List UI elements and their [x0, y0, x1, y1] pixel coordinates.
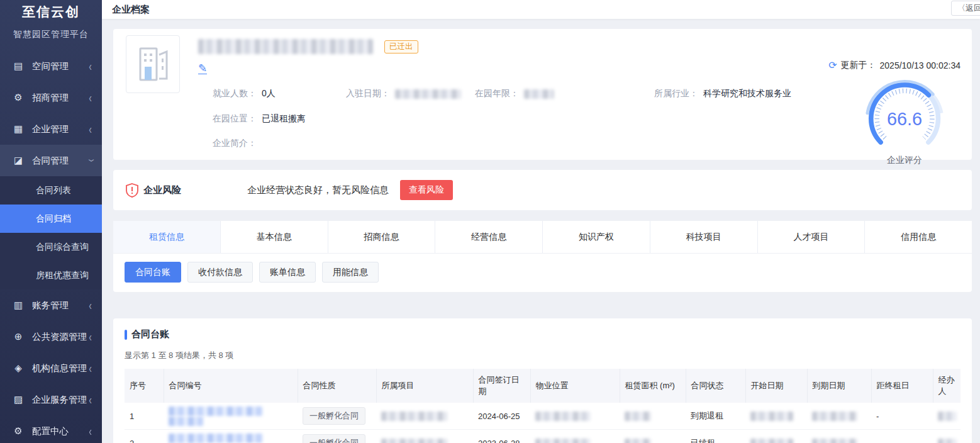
app-name: 至信云创	[0, 3, 102, 21]
edit-pencil-icon[interactable]: ✎	[198, 63, 207, 74]
updated-label: 更新于：	[841, 60, 876, 71]
chevron-left-icon: ‹	[89, 122, 92, 136]
tab-talent-project[interactable]: 人才项目	[758, 221, 866, 253]
app-logo: 至信云创 智慧园区管理平台	[0, 0, 102, 40]
subtab-energy-info[interactable]: 用能信息	[322, 262, 379, 283]
sidebar-item-label: 配置中心	[32, 425, 69, 437]
sidebar-item-contract[interactable]: ◪合同管理‹	[0, 145, 102, 176]
sidebar-subitem-contract-query[interactable]: 合同综合查询	[0, 233, 102, 261]
table-body: 1一般孵化合同2024-06-25到期退租-2一般孵化合同2023-06-28已…	[125, 403, 961, 443]
col-header-location: 物业位置	[530, 369, 620, 403]
tab-lease[interactable]: 租赁信息	[113, 221, 221, 253]
col-header-area: 租赁面积 (m²)	[620, 369, 686, 403]
field-park-years: 在园年限：	[475, 88, 654, 99]
sidebar-subitem-contract-list[interactable]: 合同列表	[0, 176, 102, 205]
cell-contract-no	[164, 430, 298, 443]
sidebar-item-label: 公共资源管理	[32, 331, 87, 343]
cell-start-date	[745, 430, 807, 443]
table-row: 2一般孵化合同2023-06-28已续租-	[125, 430, 961, 443]
field-value: 0人	[262, 88, 276, 98]
col-header-nature: 合同性质	[298, 369, 376, 403]
col-header-status: 合同状态	[686, 369, 745, 403]
sidebar-subitem-contract-archive[interactable]: 合同归档	[0, 205, 102, 233]
col-header-sign-date: 合同签订日期	[473, 369, 530, 403]
sidebar-item-investment[interactable]: ⚙招商管理‹	[0, 82, 102, 113]
top-header-bar: 企业档案 〈返回	[102, 0, 980, 19]
field-value-redacted	[524, 89, 554, 99]
sidebar-subitem-rent-discount-query[interactable]: 房租优惠查询	[0, 261, 102, 289]
cell-contract-no	[164, 403, 298, 430]
cell-redacted	[381, 412, 447, 421]
status-badge: 已迁出	[384, 40, 418, 53]
cell-redacted	[812, 439, 857, 443]
building-icon	[136, 46, 169, 82]
contract-link-redacted[interactable]	[169, 434, 263, 443]
tab-investment[interactable]: 招商信息	[328, 221, 436, 253]
field-label: 就业人数：	[213, 88, 257, 98]
chevron-left-icon: ‹	[89, 330, 92, 344]
chevron-left-icon: ‹	[89, 91, 92, 104]
info-tabs-card: 租赁信息基本信息招商信息经营信息知识产权科技项目人才项目信用信息 合同台账收付款…	[113, 221, 972, 292]
cell-redacted	[812, 412, 857, 421]
contract-link-redacted[interactable]	[169, 407, 263, 416]
subtab-payment-info[interactable]: 收付款信息	[187, 262, 253, 283]
cell-seq: 1	[125, 403, 164, 430]
company-score-gauge: 66.6 企业评分	[864, 78, 945, 166]
field-label: 在园年限：	[475, 88, 519, 98]
cell-start-date	[745, 403, 807, 430]
cell-redacted	[535, 412, 591, 421]
chevron-left-icon: ‹	[89, 298, 92, 312]
globe-icon: ⊕	[13, 331, 24, 342]
company-fields: 就业人数：0人入驻日期：在园年限：所属行业：科学研究和技术服务业在园位置：已退租…	[213, 88, 961, 149]
subtab-contract-ledger[interactable]: 合同台账	[125, 262, 181, 283]
cell-handler	[933, 403, 961, 430]
field-entry-date: 入驻日期：	[346, 88, 475, 99]
back-button[interactable]: 〈返回	[951, 1, 980, 16]
chevron-left-icon: ‹	[89, 361, 92, 375]
subtab-bill-info[interactable]: 账单信息	[259, 262, 316, 283]
service-icon: ▨	[13, 394, 24, 405]
field-value: 已退租搬离	[262, 113, 306, 123]
tab-basic[interactable]: 基本信息	[221, 221, 328, 253]
field-park-location: 在园位置：已退租搬离	[213, 113, 346, 125]
config-gear-icon: ⚙	[13, 425, 24, 437]
cell-redacted	[938, 412, 957, 421]
sidebar-item-public-resource[interactable]: ⊕公共资源管理‹	[0, 321, 102, 352]
contract-table: 序号合同编号合同性质所属项目合同签订日期物业位置租赁面积 (m²)合同状态开始日…	[125, 369, 961, 443]
cell-redacted	[750, 412, 793, 421]
cell-redacted	[750, 439, 793, 443]
contract-link-redacted[interactable]	[169, 417, 203, 426]
col-header-handler: 经办人	[933, 369, 961, 403]
risk-card: 企业风险 企业经营状态良好，暂无风险信息 查看风险	[113, 170, 972, 210]
cell-seq: 2	[125, 430, 164, 443]
tab-tech-project[interactable]: 科技项目	[650, 221, 758, 253]
field-label: 企业简介：	[213, 138, 257, 148]
sidebar-item-enterprise-service[interactable]: ▨企业服务管理‹	[0, 384, 102, 415]
sidebar-item-label: 企业服务管理	[32, 394, 87, 406]
section-title: 合同台账	[131, 328, 169, 340]
sidebar-submenu: 合同列表合同归档合同综合查询房租优惠查询	[0, 176, 102, 289]
building-icon: ▦	[13, 123, 24, 135]
sidebar-item-space[interactable]: ▤空间管理‹	[0, 50, 102, 82]
cell-handler	[933, 430, 961, 443]
view-risk-button[interactable]: 查看风险	[400, 180, 453, 200]
field-label: 入驻日期：	[346, 88, 390, 98]
company-profile-card: 已迁出 ✎ 就业人数：0人入驻日期：在园年限：所属行业：科学研究和技术服务业在园…	[113, 29, 972, 160]
cell-location	[530, 430, 620, 443]
sidebar: 至信云创 智慧园区管理平台 ▤空间管理‹⚙招商管理‹▦企业管理‹◪合同管理‹合同…	[0, 0, 102, 443]
cell-end-date	[807, 403, 871, 430]
col-header-project: 所属项目	[376, 369, 473, 403]
cell-redacted	[381, 439, 447, 443]
info-tabs: 租赁信息基本信息招商信息经营信息知识产权科技项目人才项目信用信息	[113, 221, 972, 254]
tab-credit[interactable]: 信用信息	[865, 221, 972, 253]
sidebar-item-finance[interactable]: ▥账务管理‹	[0, 289, 102, 321]
field-label: 在园位置：	[213, 113, 257, 123]
sidebar-item-config-center[interactable]: ⚙配置中心‹	[0, 415, 102, 443]
field-industry: 所属行业：科学研究和技术服务业	[654, 88, 791, 99]
col-header-start-date: 开始日期	[745, 369, 807, 403]
sidebar-item-org-info[interactable]: ◈机构信息管理‹	[0, 352, 102, 384]
cell-project	[376, 430, 473, 443]
tab-operation[interactable]: 经营信息	[435, 221, 543, 253]
sidebar-item-enterprise[interactable]: ▦企业管理‹	[0, 113, 102, 145]
tab-ip[interactable]: 知识产权	[543, 221, 650, 253]
